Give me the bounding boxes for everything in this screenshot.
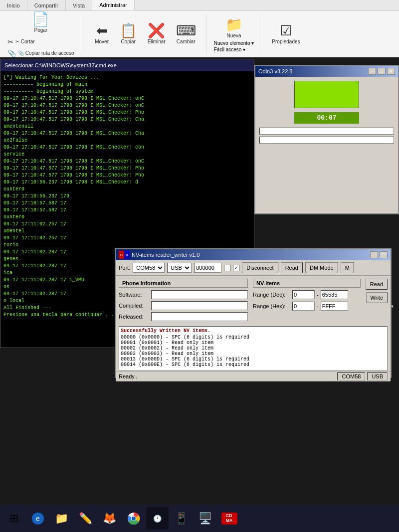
cut-icon: ✂ <box>7 38 13 46</box>
taskbar-explorer[interactable]: 📁 <box>50 507 73 530</box>
nv-logo-part2: D <box>124 251 130 259</box>
nv-items-title: NV-items <box>253 279 361 288</box>
taskbar-icon-chrome <box>127 512 141 526</box>
nv-title: NV-items reader_writer v1.0 <box>132 252 200 258</box>
range-dec-sep: - <box>317 292 319 298</box>
taskbar-chrome[interactable] <box>122 507 145 530</box>
log-entry-4: 00013 (0x000D) - SPC (6 digits) is requi… <box>121 356 386 362</box>
paste-button[interactable]: 📄 Pegar <box>28 10 53 35</box>
software-label: Software: <box>119 292 151 298</box>
range-hex-to-input[interactable] <box>321 302 348 311</box>
released-input[interactable] <box>151 312 248 321</box>
nv-number-input[interactable] <box>194 263 221 273</box>
nv-write-button[interactable]: Write <box>366 292 388 303</box>
odin-minimize-button[interactable]: - <box>368 68 376 75</box>
cmd-line: ---------- beginning of system <box>3 88 251 95</box>
nuevo-elemento-label: Nuevo elemento ▾ <box>214 40 254 46</box>
odin-window-buttons: - □ ✕ <box>368 68 395 75</box>
tab-administrar[interactable]: Administrar <box>92 0 135 10</box>
nv-logo-part1: C <box>119 251 124 259</box>
nv-items-panel: NV-items Range (Dec): - Range (Hex): - <box>253 279 388 323</box>
taskbar-start[interactable]: ⊞ <box>2 507 25 530</box>
taskbar-icon-ie: e <box>31 512 45 526</box>
tab-vista[interactable]: Vista <box>66 0 92 10</box>
usb-select[interactable]: USB <box>167 263 192 273</box>
svg-point-4 <box>132 517 136 521</box>
m-button[interactable]: M <box>341 262 354 273</box>
cut-button[interactable]: ✂ ✂ Cortar <box>5 37 77 47</box>
range-dec-row: Range (Dec): - <box>253 290 361 299</box>
read-toolbar-button[interactable]: Read <box>281 262 303 273</box>
facil-acceso-button[interactable]: Fácil acceso ▾ <box>214 47 245 52</box>
rename-label: Cambiar <box>177 39 196 44</box>
cmd-line: 09-17 17:10:57.587 17 <box>3 200 251 207</box>
nv-read-button[interactable]: Read <box>366 279 388 290</box>
disconnect-button[interactable]: Disconnect <box>242 262 278 273</box>
range-hex-sep: - <box>317 303 319 309</box>
taskbar-display[interactable]: 🖥️ <box>194 507 216 530</box>
rename-button[interactable]: ⌨ Cambiar <box>172 22 200 46</box>
cmd-line: 09-17 17:10:47.577 1798 1798 I MSL_Check… <box>3 172 251 179</box>
odin-title: Odin3 v3.22.8 <box>258 68 293 74</box>
compiled-label: Compiled: <box>119 303 151 309</box>
taskbar-tool[interactable]: ✏️ <box>74 507 97 530</box>
cmd-line: 09-17 17:10:47.577 1798 1798 I MSL_Check… <box>3 165 251 172</box>
odin-close-button[interactable]: ✕ <box>387 68 395 75</box>
software-field-row: Software: <box>119 290 248 299</box>
new-folder-label: Nueva <box>227 33 241 38</box>
cmd-titlebar: Seleccionar C:\WINDOWS\system32\cmd.exe <box>0 59 254 71</box>
cmd-title: Seleccionar C:\WINDOWS\system32\cmd.exe <box>4 62 117 68</box>
delete-icon: ❌ <box>148 24 165 38</box>
log-entry-2: 00002 (0x0002) - Read only item <box>121 346 386 351</box>
odin-window: Odin3 v3.22.8 - □ ✕ 00:07 <box>254 65 399 214</box>
copy-path-button[interactable]: 📎 📎 Copiar ruta de acceso <box>5 48 77 58</box>
tab-inicio[interactable]: Inicio <box>0 0 27 10</box>
properties-button[interactable]: ☑ Propiedades <box>268 22 304 46</box>
delete-label: Eliminar <box>148 39 166 44</box>
cmd-line: ue2false <box>3 137 251 144</box>
log-entry-0: 00000 (0x0000) - SPC (6 digits) is requi… <box>121 335 386 340</box>
dm-mode-button[interactable]: DM Mode <box>305 262 338 273</box>
log-entry-5: 00014 (0x000E) - SPC (6 digits) is requi… <box>121 362 386 367</box>
facil-acceso-label: Fácil acceso ▾ <box>214 47 245 52</box>
nuevo-elemento-button[interactable]: Nuevo elemento ▾ <box>214 40 254 46</box>
clipboard-small-btns: ✂ ✂ Cortar 📎 📎 Copiar ruta de acceso <box>5 37 77 58</box>
range-hex-from-input[interactable] <box>292 302 315 311</box>
log-entry-3: 00003 (0x0003) - Read only item <box>121 351 386 356</box>
nv-checkbox[interactable] <box>224 265 230 271</box>
new-folder-button[interactable]: 📁 Nueva <box>221 16 247 40</box>
tab-compartir[interactable]: Compartir <box>27 0 66 10</box>
delete-button[interactable]: ❌ Eliminar <box>144 22 170 46</box>
usb-badge: USB <box>367 372 388 380</box>
taskbar-firefox[interactable]: 🦊 <box>98 507 121 530</box>
nv-toolbar: Port: COM58 USB ✓ Disconnect Read DM Mod… <box>116 260 391 276</box>
range-dec-from-input[interactable] <box>292 290 315 299</box>
taskbar-cdma[interactable]: CD MA <box>218 507 240 530</box>
com-badge: COM58 <box>337 372 365 380</box>
port-label: Port: <box>119 265 130 271</box>
compiled-input[interactable] <box>151 301 248 310</box>
range-dec-label: Range (Dec): <box>253 292 290 298</box>
odin-progress-bars <box>259 128 394 144</box>
cut-label: ✂ Cortar <box>15 39 35 44</box>
port-select[interactable]: COM58 <box>133 263 165 273</box>
move-button[interactable]: ⬅ Mover <box>91 22 113 46</box>
copy-button[interactable]: 📋 Copiar <box>116 22 141 46</box>
taskbar-browser1[interactable]: e <box>26 507 49 530</box>
nv-minimize-button[interactable]: - <box>370 251 378 258</box>
cmd-line: 09-17 17:10:47.517 1798 1798 I MSL_Check… <box>3 116 251 123</box>
nv-checkbox2[interactable]: ✓ <box>233 265 239 271</box>
nv-maximize-button[interactable]: □ <box>380 251 388 258</box>
taskbar-phone-tool[interactable]: 📱 <box>170 507 193 530</box>
explorer-window: Inicio Compartir Vista Administrar 📄 Peg… <box>0 0 399 57</box>
odin-maximize-button[interactable]: □ <box>378 68 386 75</box>
software-input[interactable] <box>151 290 248 299</box>
copy-label: Copiar <box>121 39 135 44</box>
taskbar-clock[interactable]: 🕐 <box>146 507 169 530</box>
nv-items-window: C D NV-items reader_writer v1.0 - □ Port… <box>115 248 392 378</box>
copy-icon: 📋 <box>120 24 137 38</box>
cmd-line: umentenull <box>3 123 251 130</box>
nv-window-buttons: - □ <box>370 251 388 258</box>
cmd-line: 09-17 17:10:56.237 1798 1798 I MSL_Check… <box>3 179 251 186</box>
range-dec-to-input[interactable] <box>321 290 348 299</box>
